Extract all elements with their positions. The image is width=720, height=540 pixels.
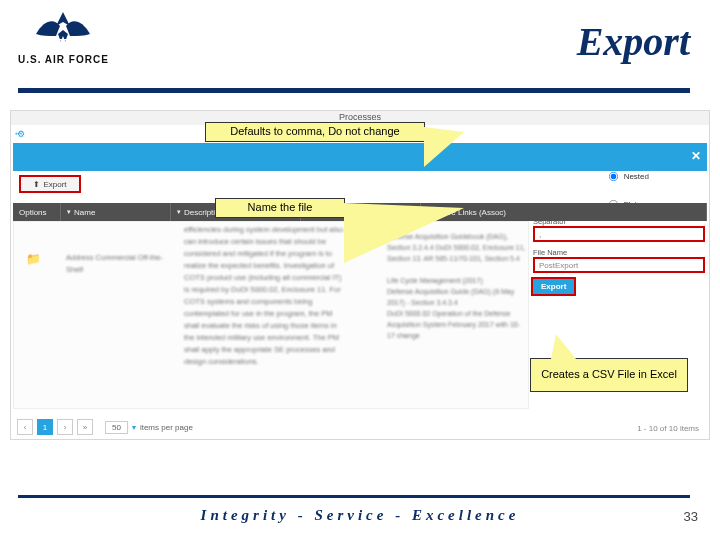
page-number: 33 bbox=[684, 509, 698, 524]
export-button[interactable]: Export bbox=[533, 279, 574, 294]
air-force-wings-icon bbox=[34, 6, 92, 50]
callout-filename: Name the file bbox=[215, 198, 345, 218]
footer-motto: Integrity - Service - Excellence bbox=[0, 507, 720, 524]
page-size-label: items per page bbox=[140, 423, 193, 432]
upload-icon: ⬆ bbox=[33, 180, 40, 189]
filter-icon: ▾ bbox=[67, 208, 71, 216]
filename-input[interactable]: PostExport bbox=[533, 257, 705, 273]
col-name[interactable]: ▾Name bbox=[61, 203, 171, 221]
row-name: Address Commercial Off-the-Shelf bbox=[66, 252, 166, 276]
export-panel: Separator , File Name PostExport Export bbox=[533, 211, 705, 294]
org-label: U.S. AIR FORCE bbox=[18, 54, 109, 65]
separator-label: Separator bbox=[533, 217, 705, 226]
usaf-logo: U.S. AIR FORCE bbox=[18, 6, 109, 65]
pager-page[interactable]: 1 bbox=[37, 419, 53, 435]
pager-prev[interactable]: ‹ bbox=[17, 419, 33, 435]
pager-next[interactable]: › bbox=[57, 419, 73, 435]
filename-label: File Name bbox=[533, 248, 705, 257]
close-icon[interactable]: ✕ bbox=[691, 149, 701, 163]
export-action: Export bbox=[533, 279, 705, 294]
callout-export: Creates a CSV File in Excel bbox=[530, 358, 688, 392]
divider-bottom bbox=[18, 495, 690, 498]
pager: ‹ 1 › » 50 ▾ items per page bbox=[17, 419, 193, 435]
callout-separator: Defaults to comma, Do not change bbox=[205, 122, 425, 142]
folder-icon[interactable]: 📁 bbox=[26, 252, 41, 266]
page-size[interactable]: 50 bbox=[105, 421, 128, 434]
pager-last[interactable]: » bbox=[77, 419, 93, 435]
col-options[interactable]: Options bbox=[13, 203, 61, 221]
slide-title: Export bbox=[577, 18, 690, 65]
export-toolbar-button[interactable]: ⬆ Export bbox=[19, 175, 81, 193]
radio-nested[interactable]: Nested bbox=[607, 170, 649, 183]
divider-top bbox=[18, 88, 690, 93]
slide-header: U.S. AIR FORCE Export bbox=[0, 0, 720, 92]
items-range: 1 - 10 of 10 items bbox=[637, 424, 699, 433]
highlight-bar bbox=[13, 143, 707, 171]
row-desc: efficiencies during system development b… bbox=[184, 224, 344, 368]
filter-icon: ▾ bbox=[177, 208, 181, 216]
gear-icon[interactable]: ⚙ bbox=[17, 129, 25, 139]
separator-input[interactable]: , bbox=[533, 226, 705, 242]
